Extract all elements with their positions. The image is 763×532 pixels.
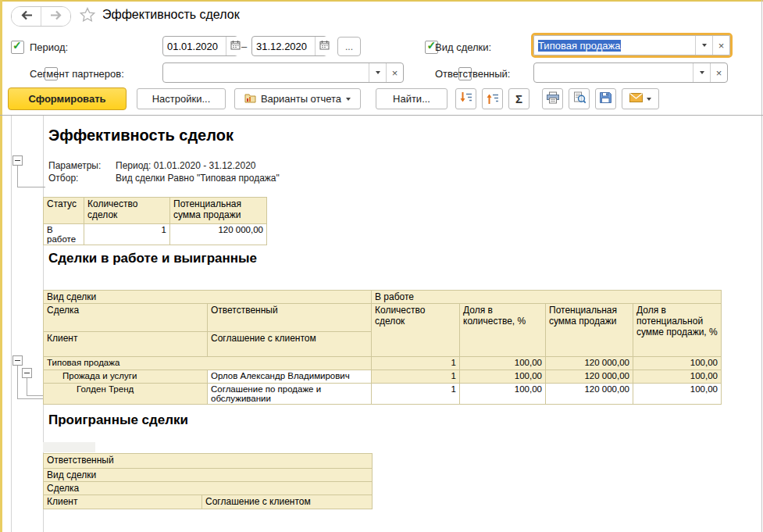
partner-segment-label: Сегмент партнеров: [30, 68, 124, 80]
calendar-icon [230, 40, 241, 52]
main-header-dimension-group[interactable]: Вид сделки [44, 291, 372, 304]
main-header-deal[interactable]: Сделка [44, 304, 208, 332]
window-right-border [761, 0, 762, 532]
row-deal-type-name[interactable]: Типовая продажа [44, 357, 372, 370]
print-preview-button[interactable] [569, 88, 590, 109]
main-header-responsible[interactable]: Ответственный [208, 304, 372, 332]
preview-magnifier-icon [572, 91, 587, 106]
row-value[interactable]: 100,00 [633, 370, 722, 384]
main-header-potential-sum[interactable]: Потенциальная сумма продажи [546, 304, 633, 357]
period-checkbox[interactable] [11, 41, 24, 54]
lost-header-responsible[interactable]: Ответственный [44, 454, 373, 469]
settings-button[interactable]: Настройки... [137, 88, 226, 109]
main-header-sum-share[interactable]: Доля в потенциальной сумме продажи, % [633, 304, 722, 357]
period-dash: – [241, 41, 247, 52]
toolbar-separator [0, 115, 763, 116]
row-value[interactable]: 1 [372, 384, 460, 405]
responsible-clear-button[interactable]: × [710, 63, 727, 82]
working-section-title: Сделки в работе и выигранные [48, 251, 257, 266]
report-title: Эффективность сделок [48, 127, 234, 145]
deal-type-group-collapse-toggle[interactable] [12, 355, 23, 366]
chevron-down-icon [346, 98, 351, 101]
summary-header-count[interactable]: Количество сделок [84, 198, 170, 224]
table-row: Прожада и услуги Орлов Александр Владими… [44, 370, 722, 384]
chevron-down-icon [647, 98, 651, 101]
summary-cell-amount[interactable]: 120 000,00 [170, 224, 267, 245]
report-parameters: Параметры:Период: 01.01.2020 - 31.12.202… [48, 159, 280, 184]
responsible-dropdown-button[interactable] [693, 63, 710, 82]
report-group-collapse-toggle[interactable] [12, 155, 23, 166]
partner-segment-clear-button[interactable]: × [386, 63, 403, 82]
deal-type-clear-button[interactable]: × [712, 36, 729, 55]
row-value[interactable]: 120 000,00 [546, 384, 633, 405]
deal-group-collapse-toggle[interactable] [22, 368, 32, 378]
generate-button[interactable]: Сформировать [8, 87, 127, 110]
totals-sigma-button[interactable]: Σ [508, 88, 529, 109]
summary-table: Статус Количество сделок Потенциальная с… [43, 197, 267, 245]
lost-header-deal-type[interactable]: Вид сделки [44, 469, 373, 482]
summary-cell-count[interactable]: 1 [84, 224, 170, 245]
window-top-accent [0, 0, 763, 2]
row-agreement[interactable]: Соглашение по продаже и обслуживании [208, 384, 372, 405]
period-from-input[interactable] [163, 41, 226, 52]
deal-type-label: Вид сделки: [435, 41, 491, 53]
lost-header-client[interactable]: Клиент [44, 495, 202, 509]
responsible-input[interactable] [534, 63, 693, 82]
working-deals-table: Вид сделки В работе Сделка Ответственный… [43, 290, 722, 405]
partner-segment-dropdown-button[interactable] [369, 63, 386, 82]
find-button[interactable]: Найти... [376, 88, 447, 109]
row-value[interactable]: 100,00 [633, 384, 722, 405]
responsible-label: Ответственный: [435, 68, 510, 80]
main-header-client[interactable]: Клиент [44, 332, 208, 357]
period-more-button[interactable]: ... [337, 37, 361, 56]
collapse-groups-button[interactable] [482, 88, 503, 109]
row-value[interactable]: 120 000,00 [546, 357, 633, 370]
save-button[interactable] [595, 88, 616, 109]
partner-segment-field: × [162, 62, 404, 83]
print-button[interactable] [542, 88, 563, 109]
forward-button[interactable] [41, 7, 70, 26]
main-header-status-group[interactable]: В работе [372, 291, 722, 304]
lost-table-stub-cell [43, 442, 95, 452]
row-value[interactable]: 100,00 [460, 357, 546, 370]
row-responsible[interactable]: Орлов Александр Владимирович [208, 370, 372, 384]
deal-type-dropdown-button[interactable] [695, 36, 712, 55]
tree-line [17, 187, 45, 187]
main-header-agreement[interactable]: Соглашение с клиентом [208, 332, 372, 357]
favorite-star-icon[interactable] [80, 7, 95, 25]
calendar-icon [319, 40, 330, 52]
row-value[interactable]: 100,00 [633, 357, 722, 370]
summary-cell-status[interactable]: В работе [44, 224, 84, 245]
row-deal-name[interactable]: Прожада и услуги [44, 370, 208, 384]
expand-groups-button[interactable] [455, 88, 476, 109]
envelope-icon [629, 93, 643, 105]
summary-header-status[interactable]: Статус [44, 198, 84, 224]
parameters-label: Параметры: [48, 159, 116, 172]
lost-header-agreement[interactable]: Соглашение с клиентом [202, 495, 373, 509]
main-header-count-share[interactable]: Доля в количестве, % [460, 304, 546, 357]
gutter-left-line [11, 116, 12, 532]
row-value[interactable]: 120 000,00 [546, 370, 633, 384]
deal-type-input[interactable]: Типовая продажа [534, 36, 695, 55]
back-button[interactable] [12, 7, 41, 26]
report-variants-button[interactable]: Варианты отчета [234, 88, 361, 109]
row-value[interactable]: 100,00 [460, 384, 546, 405]
collapse-groups-icon [486, 91, 499, 107]
lost-deals-table: Ответственный Вид сделки Сделка Клиент С… [43, 453, 373, 509]
period-to-input[interactable] [252, 41, 315, 52]
back-arrow-icon [20, 9, 33, 23]
window-left-accent [0, 0, 2, 532]
chevron-down-icon [700, 71, 704, 74]
partner-segment-input[interactable] [163, 63, 369, 82]
lost-header-deal[interactable]: Сделка [44, 482, 373, 495]
row-client-name[interactable]: Голден Тренд [44, 384, 208, 405]
main-header-count[interactable]: Количество сделок [372, 304, 460, 357]
row-value[interactable]: 1 [372, 357, 460, 370]
row-value[interactable]: 1 [372, 370, 460, 384]
send-mail-button[interactable] [622, 88, 659, 109]
summary-header-amount[interactable]: Потенциальная сумма продажи [170, 198, 267, 224]
window-title: Эффективность сделок [102, 8, 240, 22]
row-value[interactable]: 100,00 [460, 370, 546, 384]
period-to-calendar-button[interactable] [315, 37, 333, 55]
chevron-down-icon [702, 44, 707, 47]
